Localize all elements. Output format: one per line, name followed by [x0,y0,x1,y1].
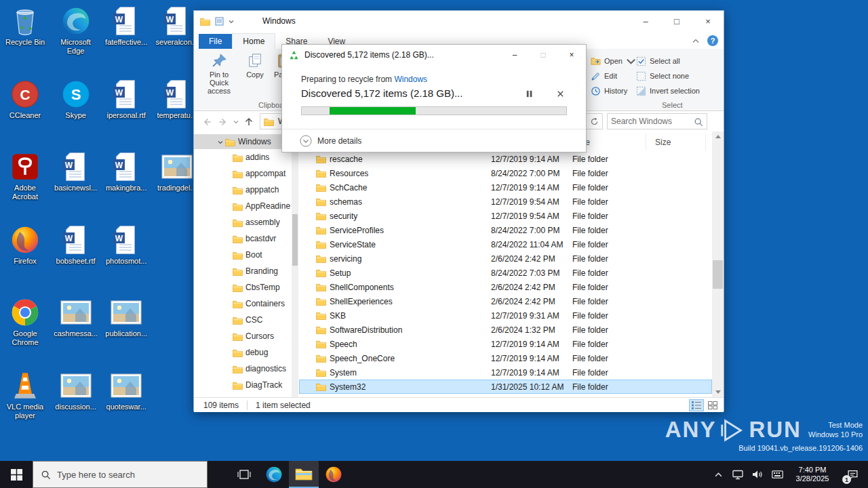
task-view-button[interactable] [229,461,259,488]
tree-item-apppatch[interactable]: apppatch [194,182,292,198]
windows-folder-link[interactable]: Windows [394,75,427,84]
file-row-system32[interactable]: System321/31/2025 10:12 AMFile folder [299,380,712,394]
file-row-security[interactable]: security12/7/2019 9:54 AMFile folder [299,209,712,223]
more-details-label[interactable]: More details [317,136,361,146]
tree-item-appcompat[interactable]: appcompat [194,165,292,182]
search-box[interactable] [607,113,707,129]
file-row-skb[interactable]: SKB12/7/2019 9:31 AMFile folder [299,308,712,323]
tree-item-cbstemp[interactable]: CbsTemp [194,279,292,296]
desktop-icon-vlc-media-player[interactable]: VLC media player [1,370,49,420]
tree-item-diagnostics[interactable]: diagnostics [194,361,292,377]
scroll-down-icon[interactable] [712,387,724,397]
tree-item-branding[interactable]: Branding [194,263,292,279]
select-none-button[interactable]: Select none [636,70,689,82]
pin-to-quick-access-button[interactable]: Pin to Quick access [199,52,239,95]
taskbar-search-input[interactable] [57,470,182,480]
taskbar-search[interactable] [33,461,208,488]
tree-item-bcastdvr[interactable]: bcastdvr [194,230,292,247]
file-row-setup[interactable]: Setup8/24/2022 7:03 PMFile folder [299,266,712,280]
file-row-resources[interactable]: Resources8/24/2022 7:00 PMFile folder [299,166,712,180]
file-row-speech-onecore[interactable]: Speech_OneCore12/7/2019 9:14 AMFile fold… [299,351,712,365]
start-button[interactable] [0,461,33,488]
edit-button[interactable]: Edit [591,70,617,82]
more-details-expander-icon[interactable] [300,135,312,147]
search-icon[interactable] [694,115,703,127]
tree-item-csc[interactable]: CSC [194,312,292,328]
file-row-system[interactable]: System12/7/2019 9:14 AMFile folder [299,365,712,380]
desktop-icon-makingbra[interactable]: Wmakingbra... [102,151,150,192]
desktop-icon-fateffective[interactable]: Wfateffective... [102,5,150,47]
history-button[interactable]: History [591,85,627,97]
pause-button[interactable] [521,85,537,102]
details-view-button[interactable] [689,399,704,411]
maximize-button[interactable]: □ [661,11,692,31]
scroll-up-icon[interactable] [712,131,724,142]
file-row-shellexperiences[interactable]: ShellExperiences2/6/2024 2:42 PMFile fol… [299,294,712,308]
file-row-rescache[interactable]: rescache12/7/2019 9:14 AMFile folder [299,152,712,166]
clock[interactable]: 7:40 PM 3/28/2025 [790,466,835,483]
ribbon-collapse-icon[interactable] [692,35,699,47]
desktop-icon-microsoft-edge[interactable]: Microsoft Edge [52,5,100,56]
dialog-close-button[interactable]: × [557,45,586,65]
network-icon[interactable] [731,466,745,483]
desktop-icon-bobsheet-rtf[interactable]: Wbobsheet.rtf [52,224,100,266]
desktop-icon-basicnewsl[interactable]: Wbasicnewsl... [52,151,100,192]
action-center-button[interactable]: 1 [841,461,864,488]
copy-button[interactable]: Copy [241,52,269,79]
volume-icon[interactable] [751,466,764,483]
tree-item-cursors[interactable]: Cursors [194,328,292,344]
tree-chevron-down-icon[interactable] [218,137,223,146]
tab-file[interactable]: File [199,34,232,49]
qat-chevron-down-icon[interactable] [229,15,234,27]
dialog-minimize-button[interactable]: – [500,45,529,65]
tree-item-boot[interactable]: Boot [194,247,292,263]
desktop-icon-cashmessa[interactable]: cashmessa... [52,297,100,338]
file-row-softwaredistribution[interactable]: SoftwareDistribution2/6/2024 1:32 PMFile… [299,323,712,337]
select-all-button[interactable]: Select all [636,55,680,67]
explorer-titlebar[interactable]: Windows – □ × [194,11,724,31]
taskbar-explorer-button[interactable] [289,461,319,488]
close-button[interactable]: × [692,11,724,31]
dialog-titlebar[interactable]: Discovered 5,172 items (2.18 GB)... – □ … [282,45,586,65]
help-icon[interactable]: ? [707,35,718,46]
refresh-icon[interactable] [590,117,599,126]
hidden-icons-chevron-icon[interactable] [711,466,725,483]
desktop-icon-ccleaner[interactable]: CCCleaner [1,79,49,120]
quick-access-toolbar-icon[interactable] [215,15,224,27]
desktop-icon-ipersonal-rtf[interactable]: Wipersonal.rtf [102,79,150,120]
search-input[interactable] [611,117,694,126]
up-button[interactable] [241,115,257,127]
open-button[interactable]: Open [591,55,636,67]
tree-item-containers[interactable]: Containers [194,296,292,312]
tab-home[interactable]: Home [232,33,275,49]
recent-locations-chevron-icon[interactable] [231,115,241,127]
file-row-servicestate[interactable]: ServiceState8/24/2022 11:04 AMFile folde… [299,237,712,251]
desktop-icon-recycle-bin[interactable]: Recycle Bin [1,5,49,47]
minimize-button[interactable]: – [630,11,661,31]
back-button[interactable] [199,115,215,127]
desktop-icon-publication[interactable]: publication... [102,297,150,338]
taskbar-firefox-button[interactable] [319,461,349,488]
invert-selection-button[interactable]: Invert selection [636,85,700,97]
file-row-shellcomponents[interactable]: ShellComponents2/6/2024 2:42 PMFile fold… [299,280,712,294]
list-scrollbar[interactable] [712,131,724,397]
tree-item-assembly[interactable]: assembly [194,214,292,230]
desktop-icon-photosmot[interactable]: Wphotosmot... [102,224,150,266]
tree-scrollbar[interactable] [292,131,298,397]
tree-item-addins[interactable]: addins [194,149,292,165]
thumbnails-view-button[interactable] [705,399,720,411]
keyboard-icon[interactable] [770,466,784,483]
file-row-servicing[interactable]: servicing2/6/2024 2:42 PMFile folder [299,251,712,266]
file-row-schemas[interactable]: schemas12/7/2019 9:54 AMFile folder [299,195,712,209]
desktop-icon-quoteswar[interactable]: quoteswar... [102,370,150,411]
desktop-icon-adobe-acrobat[interactable]: Adobe Acrobat [1,151,49,201]
tree-item-diagtrack[interactable]: DiagTrack [194,377,292,393]
taskbar-edge-button[interactable] [259,461,289,488]
desktop-icon-google-chrome[interactable]: Google Chrome [1,297,49,347]
desktop-icon-discussion[interactable]: discussion... [52,370,100,411]
column-header-size[interactable]: Size [646,134,706,150]
tree-item-debug[interactable]: debug [194,344,292,361]
file-row-schcache[interactable]: SchCache12/7/2019 9:14 AMFile folder [299,180,712,195]
tree-item-windows[interactable]: Windows [194,134,292,149]
file-row-speech[interactable]: Speech12/7/2019 9:14 AMFile folder [299,337,712,351]
